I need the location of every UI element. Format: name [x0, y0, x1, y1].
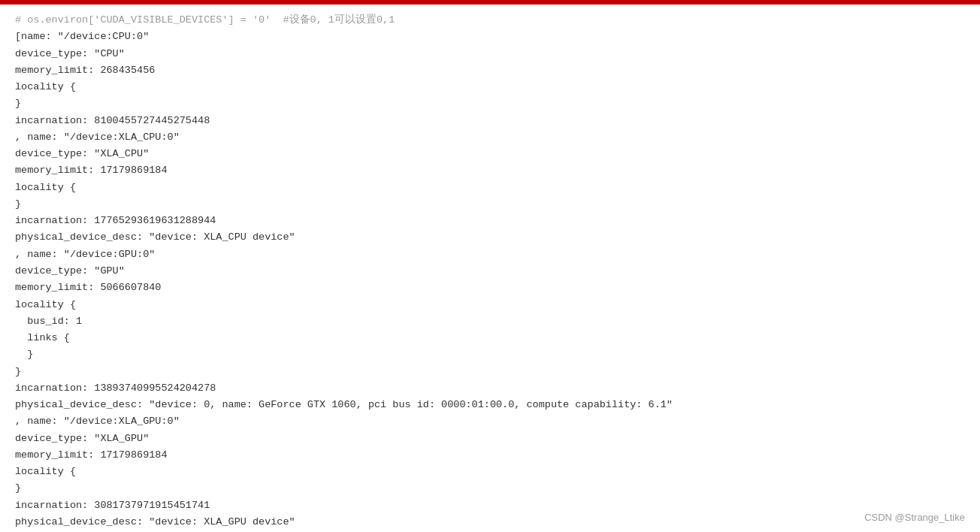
code-line: physical_device_desc: "device: XLA_CPU d…: [15, 229, 965, 246]
code-area: # os.environ['CUDA_VISIBLE_DEVICES'] = '…: [0, 5, 980, 532]
code-line: physical_device_desc: "device: XLA_GPU d…: [15, 514, 965, 530]
code-line: physical_device_desc: "device: 0, name: …: [15, 397, 965, 413]
code-line: locality {: [15, 464, 965, 480]
code-line: locality {: [15, 297, 965, 313]
code-line: memory_limit: 17179869184: [15, 447, 965, 464]
code-line: }: [15, 346, 965, 363]
code-line: memory_limit: 17179869184: [15, 162, 965, 179]
code-line: device_type: "XLA_GPU": [15, 431, 965, 447]
code-line: incarnation: 3081737971915451741: [15, 497, 965, 514]
code-line: , name: "/device:XLA_CPU:0": [15, 129, 965, 146]
code-line: locality {: [15, 180, 965, 196]
watermark: CSDN @Strange_Ltike: [864, 512, 965, 523]
code-line: }: [15, 95, 965, 112]
code-line: incarnation: 17765293619631288944: [15, 213, 965, 229]
code-line: device_type: "GPU": [15, 263, 965, 280]
code-line: incarnation: 13893740995524204278: [15, 380, 965, 397]
code-line: , name: "/device:GPU:0": [15, 246, 965, 263]
code-line: }: [15, 364, 965, 380]
code-line: device_type: "CPU": [15, 46, 965, 62]
code-line: device_type: "XLA_CPU": [15, 146, 965, 162]
code-line: }: [15, 196, 965, 213]
code-line: memory_limit: 5066607840: [15, 280, 965, 296]
code-line: locality {: [15, 79, 965, 95]
code-line: bus_id: 1: [15, 313, 965, 330]
code-line: , name: "/device:XLA_GPU:0": [15, 413, 965, 430]
code-line: # os.environ['CUDA_VISIBLE_DEVICES'] = '…: [15, 12, 965, 29]
page-container: # os.environ['CUDA_VISIBLE_DEVICES'] = '…: [0, 0, 980, 532]
code-line: }: [15, 480, 965, 497]
code-line: memory_limit: 268435456: [15, 62, 965, 79]
code-line: incarnation: 8100455727445275448: [15, 113, 965, 129]
code-line: links {: [15, 330, 965, 346]
code-line: [name: "/device:CPU:0": [15, 29, 965, 45]
